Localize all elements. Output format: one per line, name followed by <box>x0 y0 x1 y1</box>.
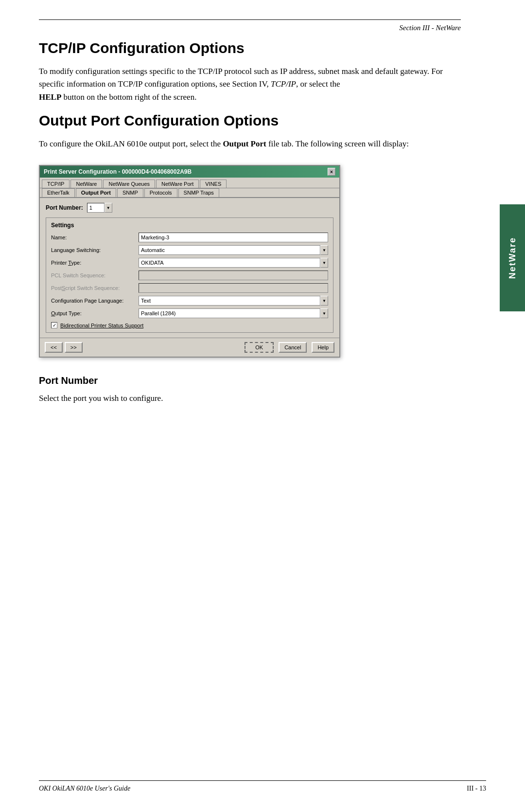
dialog-tabs-row2: EtherTalk Output Port SNMP Protocols SNM… <box>40 188 339 198</box>
dialog-footer: << >> OK Cancel Help <box>40 338 339 357</box>
settings-legend: Settings <box>51 222 328 229</box>
dialog-title: Print Server Configuration - 000000D4-00… <box>44 168 192 175</box>
label-pcl: PCL Switch Sequence: <box>51 272 139 278</box>
output-body-bold: Output Port <box>223 139 266 148</box>
help-button[interactable]: Help <box>312 342 334 353</box>
tcpip-body-italic: TCP/IP <box>271 79 296 89</box>
dialog-tabs-row1: TCP/IP NetWare NetWare Queues NetWare Po… <box>40 178 339 188</box>
checkbox-label: Bidirectional Printer Status Support <box>60 323 143 328</box>
select-config-page[interactable]: Text <box>139 296 320 306</box>
checkbox-row: ✓ Bidirectional Printer Status Support <box>51 322 328 328</box>
label-name: Name: <box>51 235 139 240</box>
input-name[interactable]: Marketing-3 <box>139 233 328 242</box>
section-header: Section III - NetWare <box>39 24 461 32</box>
settings-row-printer-type: Printer Type: OKIDATA ▼ <box>51 258 328 268</box>
output-port-title: Output Port Configuration Options <box>39 112 461 129</box>
select-language-arrow[interactable]: ▼ <box>320 245 328 255</box>
select-printer-type[interactable]: OKIDATA <box>139 258 320 268</box>
settings-row-config-page: Configuration Page Language: Text ▼ <box>51 296 328 306</box>
tcpip-body-text3: button on the bottom right of the screen… <box>61 92 196 102</box>
label-postscript: PostScript Switch Sequence: <box>51 285 139 291</box>
dialog-container: Print Server Configuration - 000000D4-00… <box>39 165 461 358</box>
output-body-text2: file tab. The following screen will disp… <box>266 139 409 148</box>
output-port-body: To configure the OkiLAN 6010e output por… <box>39 138 461 150</box>
settings-row-pcl: PCL Switch Sequence: <box>51 271 328 280</box>
settings-row-output-type: Output Type: Parallel (1284) ▼ <box>51 308 328 318</box>
port-number-dropdown[interactable]: ▼ <box>105 203 112 213</box>
main-content: Section III - NetWare TCP/IP Configurati… <box>0 0 500 812</box>
select-output-type[interactable]: Parallel (1284) <box>139 308 320 318</box>
footer-nav: << >> <box>45 342 83 353</box>
tab-netware-queues[interactable]: NetWare Queues <box>103 180 155 188</box>
tcpip-body-text1: To modify configuration settings specifi… <box>39 67 443 89</box>
tab-netware[interactable]: NetWare <box>70 180 102 188</box>
tcpip-title: TCP/IP Configuration Options <box>39 40 461 56</box>
port-number-input[interactable]: 1 <box>87 203 105 213</box>
settings-row-name: Name: Marketing-3 <box>51 233 328 242</box>
select-output-type-arrow[interactable]: ▼ <box>320 308 328 318</box>
select-language[interactable]: Automatic <box>139 245 320 255</box>
tcpip-body: To modify configuration settings specifi… <box>39 65 461 104</box>
port-number-body: Select the port you wish to configure. <box>39 392 461 405</box>
dialog-body: Port Number: 1 ▼ Settings N <box>40 198 339 338</box>
tcpip-body-text2: , or select the <box>296 79 340 89</box>
tcpip-body-bold: HELP <box>39 92 61 102</box>
tab-ethertalk[interactable]: EtherTalk <box>42 188 75 197</box>
port-number-section-title: Port Number <box>39 375 461 386</box>
tab-output-port[interactable]: Output Port <box>76 188 116 197</box>
footer-guide-title: OKI OkiLAN 6010e User's Guide <box>39 785 130 793</box>
page-footer: OKI OkiLAN 6010e User's Guide III - 13 <box>39 780 486 793</box>
dialog-box: Print Server Configuration - 000000D4-00… <box>39 165 340 358</box>
footer-page-number: III - 13 <box>467 785 486 793</box>
top-rule <box>39 19 461 20</box>
input-pcl[interactable] <box>139 271 328 280</box>
prev-button[interactable]: << <box>45 342 63 353</box>
port-number-label: Port Number: <box>46 204 83 211</box>
tab-vines[interactable]: VINES <box>200 180 227 188</box>
tab-netware-port[interactable]: NetWare Port <box>156 180 199 188</box>
input-postscript[interactable] <box>139 283 328 293</box>
port-number-row: Port Number: 1 ▼ <box>46 203 333 213</box>
settings-row-language: Language Switching: Automatic ▼ <box>51 245 328 255</box>
label-output-type: Output Type: <box>51 310 139 316</box>
tab-snmp-traps[interactable]: SNMP Traps <box>178 188 219 197</box>
cancel-button[interactable]: Cancel <box>279 342 307 353</box>
label-printer-type: Printer Type: <box>51 260 139 266</box>
label-config-page: Configuration Page Language: <box>51 298 139 304</box>
dialog-close-button[interactable]: × <box>328 168 335 176</box>
tab-tcpip[interactable]: TCP/IP <box>42 180 70 188</box>
select-config-page-arrow[interactable]: ▼ <box>320 296 328 306</box>
ok-button[interactable]: OK <box>245 342 274 353</box>
side-tab: NetWare <box>500 204 525 311</box>
select-printer-type-arrow[interactable]: ▼ <box>320 258 328 268</box>
label-language: Language Switching: <box>51 247 139 253</box>
settings-row-postscript: PostScript Switch Sequence: <box>51 283 328 293</box>
tab-protocols[interactable]: Protocols <box>144 188 177 197</box>
side-tab-label: NetWare <box>508 237 518 279</box>
checkbox-bidirectional[interactable]: ✓ <box>51 322 57 328</box>
next-button[interactable]: >> <box>65 342 83 353</box>
settings-group: Settings Name: Marketing-3 Language Swit… <box>46 217 333 333</box>
tab-snmp[interactable]: SNMP <box>117 188 143 197</box>
output-body-text1: To configure the OkiLAN 6010e output por… <box>39 139 221 148</box>
dialog-titlebar: Print Server Configuration - 000000D4-00… <box>40 166 339 178</box>
